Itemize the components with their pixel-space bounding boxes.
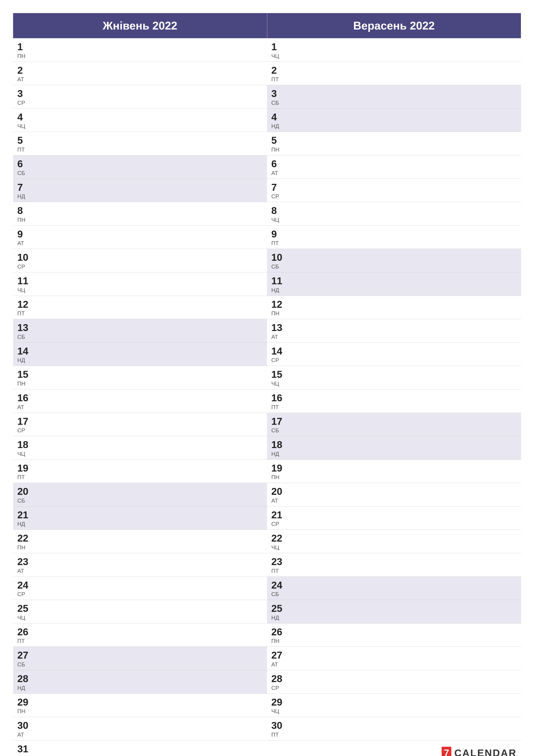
day-number: 11: [271, 275, 517, 286]
september-day-cell: 23ПТ: [267, 553, 521, 577]
day-number: 8: [271, 205, 517, 216]
august-day-cell: 13СБ: [13, 319, 267, 343]
day-number: 7: [271, 182, 517, 193]
day-number: 25: [271, 603, 517, 614]
august-day-cell: 19ПТ: [13, 459, 267, 483]
day-name: СБ: [17, 661, 263, 668]
september-day-cell: 21СР: [267, 506, 521, 530]
day-number: 29: [271, 697, 517, 708]
day-number: 12: [17, 299, 263, 310]
september-day-cell: 30ПТ: [267, 717, 521, 741]
september-day-cell: 26ПН: [267, 623, 521, 647]
table-row: 14НД14СР: [13, 342, 521, 366]
day-number: 26: [17, 627, 263, 637]
day-number: 5: [17, 135, 263, 146]
table-row: 25ЧЦ25НД: [13, 600, 521, 623]
calendar-body: 1ПН1ЧЦ2АТ2ПТ3СР3СБ4ЧЦ4НД5ПТ5ПН6СБ6АТ7НД7…: [13, 39, 521, 756]
august-day-cell: 31СР: [13, 740, 267, 756]
day-number: 8: [17, 205, 263, 216]
day-number: 30: [271, 720, 517, 731]
september-day-cell: 27АТ: [267, 647, 521, 670]
day-name: ПТ: [271, 240, 517, 247]
august-day-cell: 17СР: [13, 413, 267, 436]
august-day-cell: 27СБ: [13, 647, 267, 670]
day-name: АТ: [271, 334, 517, 340]
day-number: 24: [17, 580, 263, 591]
september-day-cell: 13АТ: [267, 319, 521, 343]
august-day-cell: 23АТ: [13, 553, 267, 577]
august-day-cell: 1ПН: [13, 39, 267, 62]
day-number: 28: [271, 673, 517, 684]
day-number: 15: [17, 369, 263, 380]
day-number: 9: [17, 229, 263, 240]
table-row: 18ЧЦ18НД: [13, 436, 521, 460]
september-day-cell: 16ПТ: [267, 389, 521, 413]
september-day-cell: 17СБ: [267, 413, 521, 436]
september-day-cell: 7СР: [267, 179, 521, 202]
table-row: 16АТ16ПТ: [13, 389, 521, 413]
day-number: 9: [271, 229, 517, 240]
day-name: ПН: [271, 146, 517, 153]
calendar-table: Жнівень 2022 Верасень 2022 1ПН1ЧЦ2АТ2ПТ3…: [13, 13, 521, 756]
day-number: 22: [271, 533, 517, 544]
day-name: НД: [17, 357, 263, 364]
day-name: ПН: [17, 708, 263, 715]
day-name: ЧЦ: [17, 123, 263, 129]
table-row: 15ПН15ЧЦ: [13, 366, 521, 390]
day-number: 27: [271, 650, 517, 661]
table-row: 26ПТ26ПН: [13, 623, 521, 647]
day-name: АТ: [271, 661, 517, 668]
day-name: АТ: [17, 240, 263, 247]
august-day-cell: 14НД: [13, 342, 267, 366]
august-day-cell: 28НД: [13, 670, 267, 694]
table-row: 24СР24СБ: [13, 577, 521, 600]
august-day-cell: 12ПТ: [13, 296, 267, 319]
august-day-cell: 11ЧЦ: [13, 272, 267, 296]
day-number: 16: [17, 392, 263, 403]
table-row: 21НД21СР: [13, 506, 521, 530]
day-number: 18: [17, 439, 263, 450]
day-number: 4: [271, 112, 517, 122]
day-number: 22: [17, 533, 263, 544]
table-row: 27СБ27АТ: [13, 647, 521, 670]
august-day-cell: 3СР: [13, 85, 267, 109]
day-number: 17: [17, 416, 263, 427]
day-number: 29: [17, 697, 263, 708]
day-name: ПТ: [271, 568, 517, 574]
august-day-cell: 2АТ: [13, 62, 267, 85]
day-number: 5: [271, 135, 517, 146]
day-name: ПН: [17, 380, 263, 387]
day-name: ПТ: [271, 76, 517, 83]
august-header: Жнівень 2022: [13, 13, 267, 39]
august-day-cell: 7НД: [13, 179, 267, 202]
september-day-cell: 20АТ: [267, 483, 521, 506]
table-row: 23АТ23ПТ: [13, 553, 521, 577]
day-name: ПН: [271, 638, 517, 644]
day-number: 23: [271, 556, 517, 567]
day-name: ЧЦ: [17, 614, 263, 621]
august-day-cell: 20СБ: [13, 483, 267, 506]
day-number: 20: [271, 486, 517, 497]
day-number: 7: [17, 182, 263, 193]
september-day-cell: 25НД: [267, 600, 521, 623]
table-row: 10СР10СБ: [13, 249, 521, 272]
table-row: 11ЧЦ11НД: [13, 272, 521, 296]
day-name: НД: [17, 521, 263, 527]
day-number: 27: [17, 650, 263, 661]
day-number: 2: [271, 65, 517, 76]
september-day-cell: 19ПН: [267, 459, 521, 483]
august-day-cell: 30АТ: [13, 717, 267, 741]
day-name: ЧЦ: [271, 53, 517, 60]
day-name: ПН: [271, 310, 517, 317]
logo-area: 7 CALENDAR: [442, 747, 517, 756]
day-number: 21: [271, 509, 517, 521]
day-name: СБ: [271, 427, 517, 434]
day-name: НД: [271, 123, 517, 129]
day-name: ПТ: [271, 404, 517, 411]
day-name: ПТ: [17, 146, 263, 153]
day-name: НД: [271, 451, 517, 457]
table-row: 6СБ6АТ: [13, 155, 521, 179]
day-name: СБ: [271, 263, 517, 270]
day-number: 26: [271, 627, 517, 637]
table-row: 28НД28СР: [13, 670, 521, 694]
